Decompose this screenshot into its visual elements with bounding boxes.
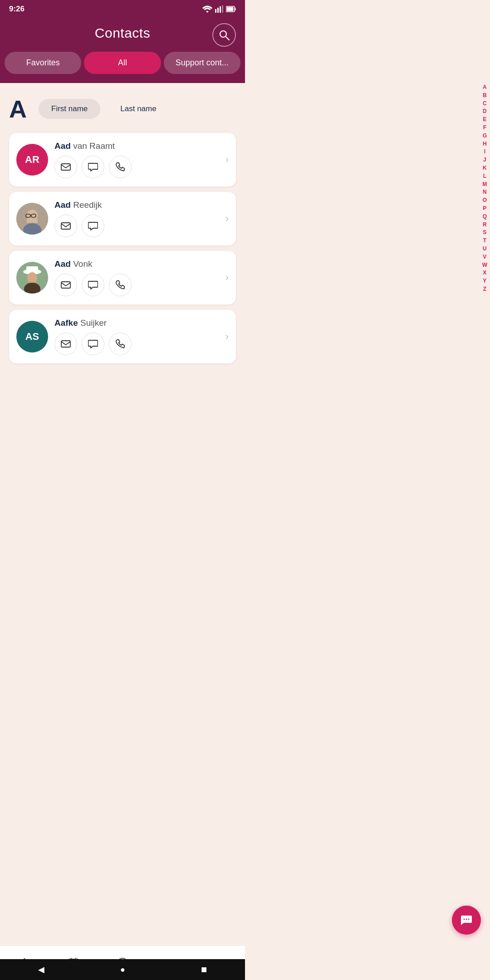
status-icons: [202, 5, 236, 13]
svg-rect-1: [217, 8, 219, 13]
email-button[interactable]: [54, 156, 77, 178]
section-letter: A: [9, 97, 27, 121]
wifi-icon: [202, 5, 212, 13]
contact-info: Aad van Raamt: [54, 141, 229, 178]
contact-name: Aad van Raamt: [54, 141, 229, 151]
chevron-right-icon: ›: [225, 213, 229, 225]
svg-rect-3: [222, 5, 223, 13]
tab-all[interactable]: All: [84, 52, 161, 74]
chevron-right-icon: ›: [225, 154, 229, 166]
svg-rect-17: [61, 223, 70, 229]
chat-button[interactable]: [82, 156, 104, 178]
avatar: [16, 262, 48, 294]
phone-button[interactable]: [109, 156, 132, 178]
svg-rect-2: [220, 6, 221, 13]
phone-button[interactable]: [109, 333, 132, 355]
contact-card[interactable]: Aad Reedijk ›: [9, 192, 236, 245]
avatar: AS: [16, 321, 48, 353]
page-title: Contacts: [95, 25, 150, 41]
svg-line-8: [226, 37, 230, 40]
chevron-right-icon: ›: [225, 331, 229, 343]
email-icon: [61, 340, 71, 348]
email-icon: [61, 163, 71, 171]
avatar: [16, 203, 48, 235]
svg-rect-9: [61, 164, 70, 170]
contact-card[interactable]: ASAafke Suijker ›: [9, 310, 236, 363]
chat-icon: [88, 162, 98, 172]
contact-name: Aad Reedijk: [54, 200, 229, 210]
svg-rect-6: [227, 7, 234, 11]
contacts-content: A First name Last name ARAad van Raamt ›: [0, 83, 245, 373]
contact-name: Aafke Suijker: [54, 318, 229, 328]
avatar: AR: [16, 144, 48, 176]
svg-rect-13: [27, 219, 38, 223]
svg-rect-0: [215, 9, 216, 13]
contacts-list: ARAad van Raamt › Aad Reedijk: [9, 133, 240, 369]
svg-rect-24: [61, 341, 70, 347]
contact-info: Aad Vonk: [54, 259, 229, 296]
chevron-right-icon: ›: [225, 272, 229, 284]
tab-favorites[interactable]: Favorites: [5, 52, 81, 74]
app-header: Contacts: [0, 18, 245, 52]
action-buttons: [54, 156, 229, 178]
action-buttons: [54, 215, 229, 237]
phone-icon: [116, 162, 125, 172]
signal-icon: [215, 5, 223, 13]
contact-info: Aafke Suijker: [54, 318, 229, 355]
chat-button[interactable]: [82, 215, 104, 237]
tab-support[interactable]: Support cont...: [164, 52, 240, 74]
contact-card[interactable]: Aad Vonk ›: [9, 251, 236, 304]
chat-icon: [88, 221, 98, 230]
search-icon: [218, 29, 230, 41]
svg-rect-5: [235, 8, 236, 10]
email-icon: [61, 281, 71, 289]
phone-icon: [116, 339, 125, 348]
contact-name: Aad Vonk: [54, 259, 229, 269]
action-buttons: [54, 274, 229, 296]
contact-info: Aad Reedijk: [54, 200, 229, 237]
email-button[interactable]: [54, 215, 77, 237]
chat-button[interactable]: [82, 274, 104, 296]
chat-icon: [88, 339, 98, 348]
sort-row: A First name Last name: [9, 92, 240, 128]
phone-icon: [116, 280, 125, 289]
tab-bar: Favorites All Support cont...: [0, 52, 245, 83]
svg-rect-20: [26, 266, 38, 273]
action-buttons: [54, 333, 229, 355]
email-button[interactable]: [54, 333, 77, 355]
status-time: 9:26: [9, 5, 24, 14]
svg-point-21: [27, 272, 37, 284]
status-bar: 9:26: [0, 0, 245, 18]
search-button[interactable]: [212, 23, 236, 47]
email-icon: [61, 222, 71, 230]
sort-lastname-button[interactable]: Last name: [108, 99, 169, 119]
chat-button[interactable]: [82, 333, 104, 355]
chat-icon: [88, 280, 98, 289]
phone-button[interactable]: [109, 274, 132, 296]
svg-rect-23: [61, 282, 70, 288]
email-button[interactable]: [54, 274, 77, 296]
sort-firstname-button[interactable]: First name: [39, 99, 100, 119]
battery-icon: [226, 6, 236, 12]
contact-card[interactable]: ARAad van Raamt ›: [9, 133, 236, 186]
